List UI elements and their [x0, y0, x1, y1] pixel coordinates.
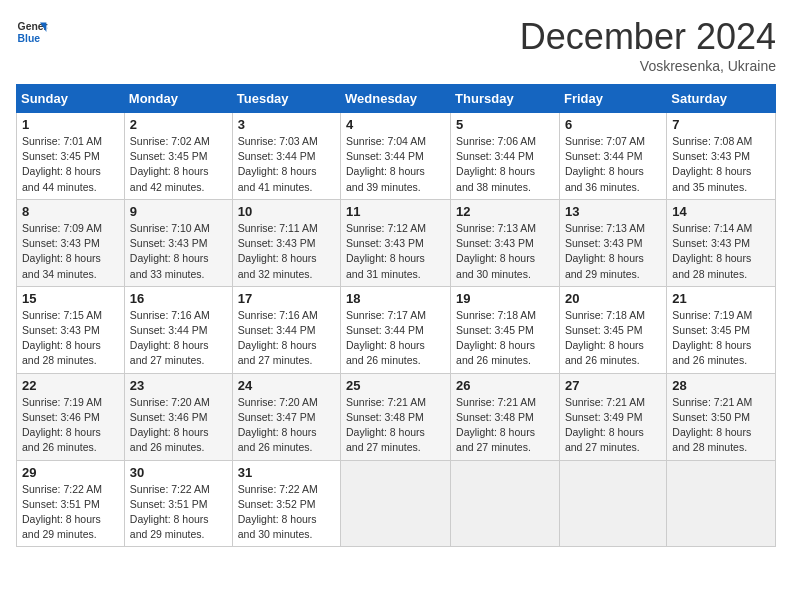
- day-info: Sunrise: 7:14 AM Sunset: 3:43 PM Dayligh…: [672, 221, 770, 282]
- month-title: December 2024: [520, 16, 776, 58]
- day-info: Sunrise: 7:15 AM Sunset: 3:43 PM Dayligh…: [22, 308, 119, 369]
- day-number: 27: [565, 378, 661, 393]
- day-number: 22: [22, 378, 119, 393]
- day-number: 19: [456, 291, 554, 306]
- location-subtitle: Voskresenka, Ukraine: [520, 58, 776, 74]
- day-info: Sunrise: 7:18 AM Sunset: 3:45 PM Dayligh…: [565, 308, 661, 369]
- day-number: 21: [672, 291, 770, 306]
- day-cell-3: 3Sunrise: 7:03 AM Sunset: 3:44 PM Daylig…: [232, 113, 340, 200]
- day-info: Sunrise: 7:07 AM Sunset: 3:44 PM Dayligh…: [565, 134, 661, 195]
- day-info: Sunrise: 7:13 AM Sunset: 3:43 PM Dayligh…: [456, 221, 554, 282]
- day-number: 31: [238, 465, 335, 480]
- day-cell-13: 13Sunrise: 7:13 AM Sunset: 3:43 PM Dayli…: [559, 199, 666, 286]
- day-cell-22: 22Sunrise: 7:19 AM Sunset: 3:46 PM Dayli…: [17, 373, 125, 460]
- day-cell-27: 27Sunrise: 7:21 AM Sunset: 3:49 PM Dayli…: [559, 373, 666, 460]
- day-cell-12: 12Sunrise: 7:13 AM Sunset: 3:43 PM Dayli…: [451, 199, 560, 286]
- header-tuesday: Tuesday: [232, 85, 340, 113]
- day-info: Sunrise: 7:20 AM Sunset: 3:47 PM Dayligh…: [238, 395, 335, 456]
- day-number: 29: [22, 465, 119, 480]
- day-cell-10: 10Sunrise: 7:11 AM Sunset: 3:43 PM Dayli…: [232, 199, 340, 286]
- header-monday: Monday: [124, 85, 232, 113]
- week-row-5: 29Sunrise: 7:22 AM Sunset: 3:51 PM Dayli…: [17, 460, 776, 547]
- day-number: 11: [346, 204, 445, 219]
- day-number: 20: [565, 291, 661, 306]
- page-header: General Blue December 2024 Voskresenka, …: [16, 16, 776, 74]
- day-number: 30: [130, 465, 227, 480]
- day-info: Sunrise: 7:04 AM Sunset: 3:44 PM Dayligh…: [346, 134, 445, 195]
- day-number: 10: [238, 204, 335, 219]
- calendar-body: 1Sunrise: 7:01 AM Sunset: 3:45 PM Daylig…: [17, 113, 776, 547]
- day-info: Sunrise: 7:21 AM Sunset: 3:49 PM Dayligh…: [565, 395, 661, 456]
- day-info: Sunrise: 7:21 AM Sunset: 3:50 PM Dayligh…: [672, 395, 770, 456]
- day-info: Sunrise: 7:19 AM Sunset: 3:45 PM Dayligh…: [672, 308, 770, 369]
- day-info: Sunrise: 7:17 AM Sunset: 3:44 PM Dayligh…: [346, 308, 445, 369]
- day-number: 1: [22, 117, 119, 132]
- day-number: 17: [238, 291, 335, 306]
- day-info: Sunrise: 7:12 AM Sunset: 3:43 PM Dayligh…: [346, 221, 445, 282]
- day-number: 8: [22, 204, 119, 219]
- day-info: Sunrise: 7:10 AM Sunset: 3:43 PM Dayligh…: [130, 221, 227, 282]
- day-number: 9: [130, 204, 227, 219]
- day-cell-20: 20Sunrise: 7:18 AM Sunset: 3:45 PM Dayli…: [559, 286, 666, 373]
- logo: General Blue: [16, 16, 48, 48]
- day-cell-28: 28Sunrise: 7:21 AM Sunset: 3:50 PM Dayli…: [667, 373, 776, 460]
- day-number: 12: [456, 204, 554, 219]
- day-info: Sunrise: 7:16 AM Sunset: 3:44 PM Dayligh…: [238, 308, 335, 369]
- day-number: 14: [672, 204, 770, 219]
- day-number: 25: [346, 378, 445, 393]
- header-friday: Friday: [559, 85, 666, 113]
- day-info: Sunrise: 7:21 AM Sunset: 3:48 PM Dayligh…: [346, 395, 445, 456]
- day-number: 13: [565, 204, 661, 219]
- day-cell-15: 15Sunrise: 7:15 AM Sunset: 3:43 PM Dayli…: [17, 286, 125, 373]
- day-info: Sunrise: 7:20 AM Sunset: 3:46 PM Dayligh…: [130, 395, 227, 456]
- day-number: 6: [565, 117, 661, 132]
- svg-text:Blue: Blue: [18, 33, 41, 44]
- day-info: Sunrise: 7:11 AM Sunset: 3:43 PM Dayligh…: [238, 221, 335, 282]
- day-cell-26: 26Sunrise: 7:21 AM Sunset: 3:48 PM Dayli…: [451, 373, 560, 460]
- day-info: Sunrise: 7:16 AM Sunset: 3:44 PM Dayligh…: [130, 308, 227, 369]
- day-cell-6: 6Sunrise: 7:07 AM Sunset: 3:44 PM Daylig…: [559, 113, 666, 200]
- day-info: Sunrise: 7:19 AM Sunset: 3:46 PM Dayligh…: [22, 395, 119, 456]
- day-cell-5: 5Sunrise: 7:06 AM Sunset: 3:44 PM Daylig…: [451, 113, 560, 200]
- day-number: 4: [346, 117, 445, 132]
- week-row-3: 15Sunrise: 7:15 AM Sunset: 3:43 PM Dayli…: [17, 286, 776, 373]
- day-cell-11: 11Sunrise: 7:12 AM Sunset: 3:43 PM Dayli…: [341, 199, 451, 286]
- header-sunday: Sunday: [17, 85, 125, 113]
- day-cell-29: 29Sunrise: 7:22 AM Sunset: 3:51 PM Dayli…: [17, 460, 125, 547]
- day-cell-4: 4Sunrise: 7:04 AM Sunset: 3:44 PM Daylig…: [341, 113, 451, 200]
- day-number: 18: [346, 291, 445, 306]
- day-number: 16: [130, 291, 227, 306]
- week-row-1: 1Sunrise: 7:01 AM Sunset: 3:45 PM Daylig…: [17, 113, 776, 200]
- day-info: Sunrise: 7:22 AM Sunset: 3:52 PM Dayligh…: [238, 482, 335, 543]
- day-number: 7: [672, 117, 770, 132]
- day-info: Sunrise: 7:21 AM Sunset: 3:48 PM Dayligh…: [456, 395, 554, 456]
- empty-cell: [559, 460, 666, 547]
- day-cell-17: 17Sunrise: 7:16 AM Sunset: 3:44 PM Dayli…: [232, 286, 340, 373]
- logo-icon: General Blue: [16, 16, 48, 48]
- day-cell-9: 9Sunrise: 7:10 AM Sunset: 3:43 PM Daylig…: [124, 199, 232, 286]
- day-info: Sunrise: 7:13 AM Sunset: 3:43 PM Dayligh…: [565, 221, 661, 282]
- day-number: 5: [456, 117, 554, 132]
- day-info: Sunrise: 7:01 AM Sunset: 3:45 PM Dayligh…: [22, 134, 119, 195]
- day-number: 23: [130, 378, 227, 393]
- empty-cell: [341, 460, 451, 547]
- day-cell-30: 30Sunrise: 7:22 AM Sunset: 3:51 PM Dayli…: [124, 460, 232, 547]
- header-wednesday: Wednesday: [341, 85, 451, 113]
- day-number: 2: [130, 117, 227, 132]
- day-info: Sunrise: 7:09 AM Sunset: 3:43 PM Dayligh…: [22, 221, 119, 282]
- day-number: 26: [456, 378, 554, 393]
- day-cell-21: 21Sunrise: 7:19 AM Sunset: 3:45 PM Dayli…: [667, 286, 776, 373]
- day-cell-14: 14Sunrise: 7:14 AM Sunset: 3:43 PM Dayli…: [667, 199, 776, 286]
- day-info: Sunrise: 7:08 AM Sunset: 3:43 PM Dayligh…: [672, 134, 770, 195]
- day-cell-7: 7Sunrise: 7:08 AM Sunset: 3:43 PM Daylig…: [667, 113, 776, 200]
- day-cell-19: 19Sunrise: 7:18 AM Sunset: 3:45 PM Dayli…: [451, 286, 560, 373]
- day-number: 24: [238, 378, 335, 393]
- day-number: 3: [238, 117, 335, 132]
- day-number: 28: [672, 378, 770, 393]
- empty-cell: [451, 460, 560, 547]
- day-info: Sunrise: 7:22 AM Sunset: 3:51 PM Dayligh…: [22, 482, 119, 543]
- day-cell-2: 2Sunrise: 7:02 AM Sunset: 3:45 PM Daylig…: [124, 113, 232, 200]
- header-saturday: Saturday: [667, 85, 776, 113]
- day-info: Sunrise: 7:22 AM Sunset: 3:51 PM Dayligh…: [130, 482, 227, 543]
- empty-cell: [667, 460, 776, 547]
